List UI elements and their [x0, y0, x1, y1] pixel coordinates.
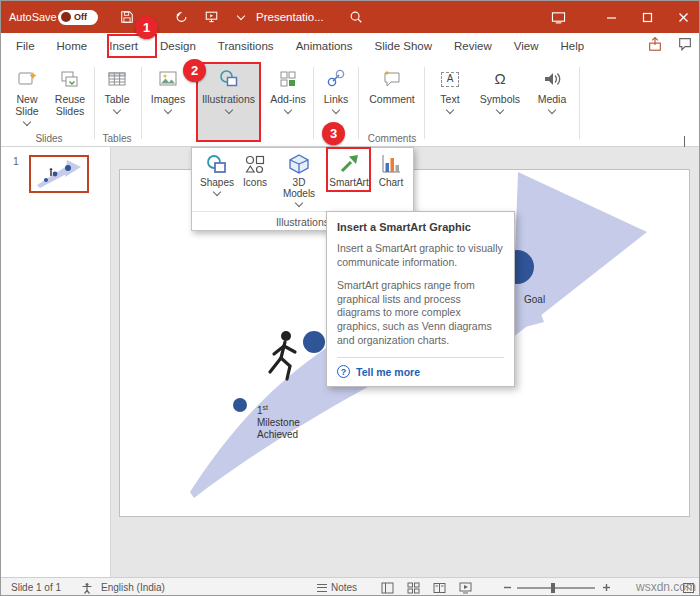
tooltip-paragraph: Insert a SmartArt graphic to visually co…: [337, 242, 504, 270]
goal-label: Goal: [524, 294, 545, 306]
notes-button[interactable]: Notes: [317, 578, 357, 596]
text-button[interactable]: A Text: [429, 63, 471, 139]
ribbon-button-label: Links: [324, 93, 349, 105]
smartart-icon: [337, 152, 361, 176]
menu-item-label: Icons: [243, 177, 267, 188]
autosave-toggle[interactable]: Off: [58, 1, 98, 33]
notes-icon: [317, 584, 327, 592]
symbols-button[interactable]: Ω Symbols: [475, 63, 525, 139]
tooltip-divider: [337, 357, 504, 358]
window-title: Presentatio...: [256, 1, 324, 33]
3d-cube-icon: [287, 152, 311, 176]
chevron-down-icon: [23, 118, 31, 126]
tab-slideshow[interactable]: Slide Show: [364, 33, 444, 59]
ribbon-button-label: Text: [440, 93, 459, 105]
normal-view-button[interactable]: [381, 578, 394, 596]
tooltip-paragraph: SmartArt graphics range from graphical l…: [337, 279, 504, 348]
slide-thumbnail-panel: 1: [1, 147, 111, 577]
annotation-badge-step3: 3: [322, 122, 345, 145]
ribbon-button-label: Media: [538, 93, 567, 105]
shapes-menu-item[interactable]: Shapes: [198, 152, 236, 208]
smartart-menu-item[interactable]: SmartArt: [328, 152, 370, 208]
thumbnail-graphic: [31, 157, 87, 191]
add-ins-button[interactable]: Add-ins: [266, 63, 310, 139]
reading-view-button[interactable]: [433, 578, 446, 596]
milestone-label: 1st Milestone Achieved: [257, 404, 300, 441]
tab-review[interactable]: Review: [443, 33, 503, 59]
tab-help[interactable]: Help: [550, 33, 596, 59]
group-separator: [94, 67, 95, 139]
menu-item-label: Chart: [379, 177, 403, 188]
language-selector[interactable]: English (India): [101, 578, 165, 596]
search-icon[interactable]: [344, 1, 368, 33]
table-icon: [106, 67, 128, 91]
slideshow-monitor-icon[interactable]: [199, 1, 223, 33]
ribbon-button-label: Table: [104, 93, 129, 105]
group-label-slides: Slides: [7, 133, 91, 144]
title-bar: AutoSave Off Presentatio...: [1, 1, 699, 33]
icons-icon: [243, 152, 267, 176]
accessibility-icon[interactable]: [81, 578, 93, 596]
slide-sorter-view-button[interactable]: [407, 578, 420, 596]
links-icon: [325, 67, 347, 91]
annotation-badge-step2: 2: [183, 59, 206, 82]
menu-item-label: SmartArt: [329, 177, 368, 188]
tab-transitions[interactable]: Transitions: [207, 33, 285, 59]
ribbon-button-label: Comment: [369, 93, 415, 105]
illustrations-button[interactable]: Illustrations: [197, 63, 260, 141]
speaker-icon: [541, 67, 563, 91]
omega-symbol-icon: Ω: [494, 67, 505, 91]
table-button[interactable]: Table: [98, 63, 136, 139]
autosave-label: AutoSave: [9, 1, 57, 33]
menu-item-label: 3D Models: [281, 177, 317, 199]
tooltip-title: Insert a SmartArt Graphic: [337, 221, 504, 233]
comments-icon[interactable]: [677, 36, 693, 56]
menu-item-label: Shapes: [200, 177, 234, 188]
zoom-in-button[interactable]: [602, 578, 611, 596]
tab-file[interactable]: File: [5, 33, 46, 59]
chevron-down-icon: [213, 188, 221, 196]
chart-menu-item[interactable]: Chart: [372, 152, 410, 208]
powerpoint-window: AutoSave Off Presentatio...: [0, 0, 700, 596]
smartart-tooltip: Insert a SmartArt Graphic Insert a Smart…: [326, 211, 515, 387]
close-button[interactable]: [665, 1, 700, 33]
add-ins-icon: [277, 67, 299, 91]
zoom-out-button[interactable]: [503, 578, 512, 596]
quick-access-chevron-icon[interactable]: [229, 1, 253, 33]
new-slide-icon: [16, 67, 38, 91]
toggle-knob-icon: [61, 12, 71, 22]
undo-icon[interactable]: [169, 1, 193, 33]
comment-button[interactable]: Comment: [363, 63, 421, 139]
share-icon[interactable]: [647, 36, 663, 56]
slideshow-view-button[interactable]: [459, 578, 472, 596]
icons-menu-item[interactable]: Icons: [238, 152, 272, 208]
tab-view[interactable]: View: [503, 33, 550, 59]
zoom-slider[interactable]: [517, 578, 595, 596]
zoom-slider-track[interactable]: [517, 587, 595, 589]
ribbon-button-label: Images: [151, 93, 185, 105]
tab-home[interactable]: Home: [46, 33, 99, 59]
tab-design[interactable]: Design: [149, 33, 207, 59]
slide-indicator: Slide 1 of 1: [11, 578, 61, 596]
reuse-slides-button[interactable]: Reuse Slides: [49, 63, 91, 139]
annotation-badge-step1: 1: [135, 16, 158, 39]
slide-thumbnail[interactable]: [29, 155, 89, 193]
chevron-down-icon: [224, 106, 232, 114]
autosave-toggle-pill[interactable]: Off: [58, 10, 98, 25]
3d-models-menu-item[interactable]: 3D Models: [274, 152, 324, 208]
minimize-button[interactable]: [593, 1, 629, 33]
autosave-state: Off: [74, 12, 87, 22]
ribbon-button-label: New Slide: [7, 93, 47, 117]
tab-animations[interactable]: Animations: [285, 33, 364, 59]
tell-me-more-link[interactable]: ? Tell me more: [337, 365, 504, 378]
group-separator: [141, 67, 142, 139]
zoom-slider-thumb[interactable]: [551, 583, 555, 593]
menu-bar: File Home Insert Design Transitions Anim…: [1, 33, 699, 59]
ribbon-display-icon[interactable]: [546, 1, 570, 33]
media-button[interactable]: Media: [529, 63, 575, 139]
maximize-button[interactable]: [629, 1, 665, 33]
new-slide-button[interactable]: New Slide: [7, 63, 47, 139]
group-label-comments: Comments: [363, 133, 421, 144]
images-icon: [157, 67, 179, 91]
group-separator: [358, 67, 359, 139]
